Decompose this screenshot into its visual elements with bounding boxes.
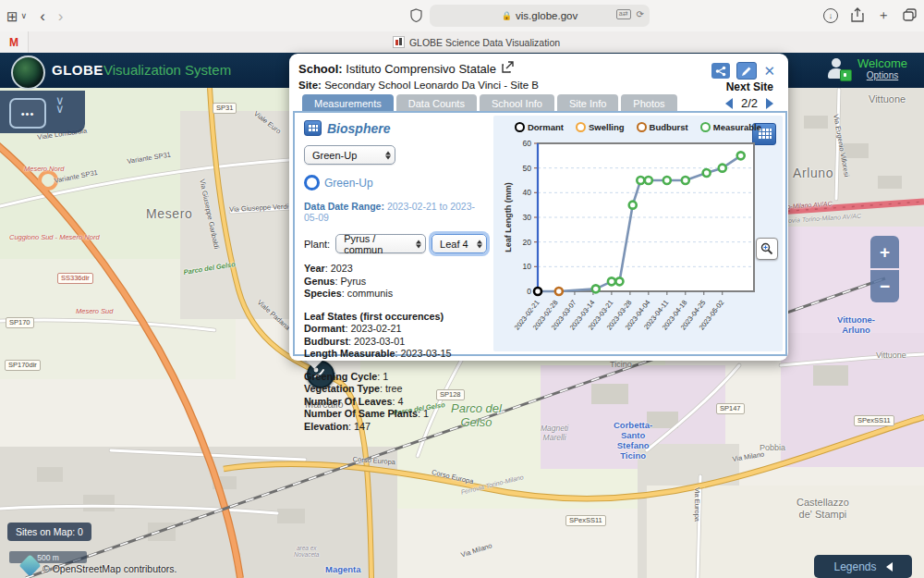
map-menu-button[interactable]: ••• [9,98,46,129]
options-link[interactable]: Options [857,70,907,80]
svg-text:20: 20 [523,238,532,247]
chart-legend: DormantSwellingBudburstMeasurable [493,122,783,132]
lock-badge-icon [840,69,852,81]
share-site-button[interactable] [711,63,730,79]
site-line: Site: Secondary School Leonardo Da Vinci… [298,80,779,91]
svg-text:60: 60 [523,139,532,148]
map-label: Via Europa [692,487,700,522]
map-zoom-controls: + − [870,236,899,304]
app-title: Visualization System [103,62,231,78]
chevron-down-icon[interactable]: ∨ [21,12,28,20]
share-icon[interactable] [851,7,864,25]
plant-details: Year: 2023Genus: PyrusSpecies: communisL… [304,263,487,433]
map-label: SP147 [716,403,745,414]
collapse-chevron-icon[interactable]: ∨∨ [55,96,65,113]
tab-favicon [393,36,405,48]
measurements-panel: Biosphere Green-Up Green-Up Data Date Ra… [293,111,787,356]
map-label: Magenta [325,565,361,575]
map-label: SPexSS11 [854,415,894,426]
protocol-select[interactable]: Green-Up [304,145,395,165]
map-scale-bar: 500 m [9,551,87,563]
map-label: Corbetta- Santo Stefano Ticino [614,421,652,461]
edit-button[interactable] [736,62,757,80]
leaf-length-chart: 01020304050602023-02-212023-02-282023-03… [503,136,776,352]
tab-site-info[interactable]: Site Info [557,94,618,112]
welcome-text: Welcome [857,56,907,70]
lock-icon: 🔒 [502,11,512,20]
svg-text:40: 40 [523,188,532,197]
map-label: SP170 [6,317,34,328]
forward-icon[interactable]: › [58,8,64,24]
chart-zoom-button[interactable] [756,238,778,260]
map-label: SPexSS11 [565,515,606,526]
dialog-tabs: MeasurementsData CountsSchool InfoSite I… [302,94,677,112]
data-date-range: Data Date Range: 2023-02-21 to 2023-05-0… [304,201,487,223]
site-pager-count: 2/2 [741,96,758,110]
greenup-radio[interactable] [304,175,320,191]
external-link-icon[interactable] [502,61,514,76]
biosphere-table-icon [304,120,322,136]
brand-name: GLOBE [52,62,103,78]
map-label: Mesero Nord [24,166,64,174]
new-tab-icon[interactable]: ＋ [877,7,890,24]
browser-toolbar: ⊞ ∨ ‹ › 🔒 vis.globe.gov a⇄ ⟳ ↓ ＋ [0,0,924,32]
map-label: Vittuone- Arluno [837,315,875,336]
downloads-icon[interactable]: ↓ [823,8,838,23]
tab-photos[interactable]: Photos [621,94,676,112]
back-icon[interactable]: ‹ [40,8,45,24]
next-site-button[interactable] [766,98,773,109]
next-site-label: Next Site [726,80,773,93]
legends-arrow-icon [886,562,893,572]
svg-text:30: 30 [523,213,532,222]
address-bar[interactable]: 🔒 vis.globe.gov a⇄ ⟳ [430,5,650,27]
tab-school-info[interactable]: School Info [480,94,554,112]
tab-data-counts[interactable]: Data Counts [396,94,477,112]
map-tool-panel: ••• ∨∨ [0,91,85,133]
reload-icon[interactable]: ⟳ [637,9,644,19]
legends-button[interactable]: Legends [814,555,912,578]
zoom-in-button[interactable]: + [870,236,899,268]
chart-panel: DormantSwellingBudburstMeasurable 010203… [493,116,783,351]
greenup-radio-label: Green-Up [324,177,373,190]
map-label: Vittuone [869,93,906,105]
translate-icon[interactable]: a⇄ [616,9,631,19]
tab-overview-icon[interactable] [903,8,917,24]
tab-measurements[interactable]: Measurements [302,94,394,112]
privacy-shield-icon[interactable] [410,8,422,24]
tab-title: GLOBE Science Data Visualization [409,37,560,48]
globe-logo[interactable] [11,55,45,90]
user-icon[interactable] [826,57,848,80]
prev-site-button[interactable] [725,98,733,109]
map-label: Vittuone [876,350,906,360]
pinned-tab-gmail[interactable]: M [0,31,29,53]
sites-on-map-badge: Sites on Map: 0 [7,523,91,541]
tab-strip: M GLOBE Science Data Visualization [0,31,924,54]
legend-item: Measurable [700,122,761,132]
map-label: SP170dir [5,360,41,371]
close-icon[interactable]: ✕ [763,64,775,78]
legend-item: Dormant [515,122,564,132]
plant-label: Plant: [304,239,330,250]
legend-item: Budburst [637,122,688,132]
svg-text:Leaf Length (mm): Leaf Length (mm) [504,182,513,252]
school-line: School: Istituto Comprensivo Statale [298,62,496,76]
map-label: area ex Novaceta [294,545,319,559]
active-browser-tab[interactable]: GLOBE Science Data Visualization [29,36,924,48]
screen: { "browser":{ "url":"vis.globe.gov", "ta… [0,0,924,578]
map-label: SS336dir [57,273,93,284]
map-label: Castellazzo de' Stampi [796,497,849,520]
map-label: Mesero Sud [76,308,113,316]
zoom-out-button[interactable]: − [870,270,899,302]
map-label: Arluno [793,166,833,180]
map-label: SP31 [213,103,237,114]
url-text: vis.globe.gov [516,10,578,21]
sidebar-icon[interactable]: ⊞ [6,9,18,23]
section-title: Biosphere [327,121,390,136]
plant-select[interactable]: Pyrus / commun [335,234,426,253]
legend-item: Swelling [576,122,625,132]
osm-attribution-link[interactable]: © OpenStreetMap contributors. [43,563,176,574]
map-label: Mesero [146,206,192,221]
map-label: Magneti Marelli [541,424,568,443]
leaf-select[interactable]: Leaf 4 [432,234,487,253]
site-details-dialog: School: Istituto Comprensivo Statale Sit… [289,54,788,361]
